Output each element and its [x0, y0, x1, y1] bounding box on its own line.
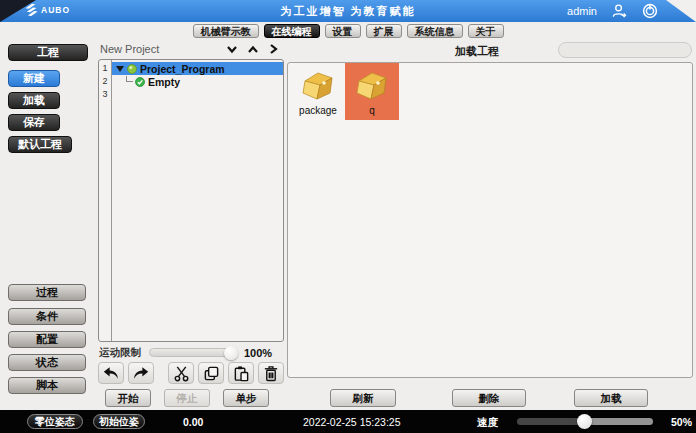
stop-button[interactable]: 停止: [164, 389, 210, 407]
delete-node-button[interactable]: [258, 362, 284, 384]
empty-node-icon: [135, 77, 145, 87]
cut-button[interactable]: [168, 362, 194, 384]
project-tree-header: New Project: [100, 41, 283, 57]
line-number: 3: [99, 88, 111, 101]
sidebar-item-process[interactable]: 过程: [8, 284, 86, 301]
load-project-title: 加载工程: [455, 44, 499, 59]
paste-icon: [233, 365, 250, 382]
trash-icon: [263, 365, 279, 382]
paste-button[interactable]: [228, 362, 254, 384]
sidebar-item-load[interactable]: 加载: [8, 92, 60, 109]
tree-connector: [126, 76, 133, 82]
user-account-icon[interactable]: [611, 3, 628, 20]
copy-button[interactable]: [198, 362, 224, 384]
tab-extend[interactable]: 扩展: [366, 24, 402, 38]
undo-button[interactable]: [98, 362, 124, 384]
sidebar-item-project[interactable]: 工程: [8, 44, 88, 61]
tree-node-label: Empty: [148, 76, 180, 88]
project-item-package[interactable]: package: [291, 63, 345, 120]
zero-pose-button[interactable]: 零位姿态: [27, 414, 83, 429]
sidebar-item-new[interactable]: 新建: [8, 70, 60, 87]
tree-node-empty[interactable]: Empty: [112, 75, 283, 88]
project-node-icon: [127, 64, 137, 74]
project-folder-icon: [354, 70, 390, 102]
speed-slider[interactable]: [517, 418, 653, 425]
motion-limit-slider[interactable]: [149, 348, 237, 357]
tree-node-root[interactable]: Project_Program: [112, 62, 283, 75]
chevron-right-icon[interactable]: [268, 43, 279, 55]
project-item-label: package: [299, 105, 337, 116]
expand-triangle-icon[interactable]: [116, 66, 124, 72]
refresh-button[interactable]: 刷新: [330, 389, 396, 407]
tab-online-programming[interactable]: 在线编程: [264, 24, 320, 38]
chevron-up-icon[interactable]: [247, 44, 259, 55]
username-label: admin: [567, 5, 597, 17]
load-project-button[interactable]: 加载: [574, 389, 648, 407]
redo-button[interactable]: [128, 362, 154, 384]
speed-value: 50%: [671, 416, 692, 428]
title-bar: AUBO 为工业增智 为教育赋能 admin: [0, 0, 696, 22]
tab-system-info[interactable]: 系统信息: [407, 24, 463, 38]
tab-settings[interactable]: 设置: [325, 24, 361, 38]
program-control-buttons: 开始 停止 单步: [105, 389, 269, 407]
redo-icon: [132, 365, 150, 381]
sidebar-item-script[interactable]: 脚本: [8, 377, 86, 394]
motion-limit-row: 运动限制 100%: [99, 345, 283, 360]
project-item-q[interactable]: q: [345, 63, 399, 120]
scissors-icon: [173, 365, 190, 382]
timestamp-label: 2022-02-25 15:23:25: [303, 416, 401, 428]
main-tab-bar: 机械臂示教 在线编程 设置 扩展 系统信息 关于: [0, 22, 696, 40]
project-folder-icon: [300, 70, 336, 102]
line-number: 2: [99, 75, 111, 88]
motion-limit-slider-handle[interactable]: [224, 346, 238, 360]
motion-limit-value: 100%: [244, 347, 272, 359]
program-tree-panel: 1 2 3 Project_Program Empty: [98, 59, 284, 342]
search-input[interactable]: [559, 44, 696, 56]
status-value: 0.00: [183, 416, 203, 428]
sidebar-item-config[interactable]: 配置: [8, 331, 86, 348]
speed-slider-handle[interactable]: [577, 414, 592, 429]
sidebar-item-state[interactable]: 状态: [8, 354, 86, 371]
tree-node-label: Project_Program: [140, 63, 225, 75]
power-icon[interactable]: [642, 3, 658, 19]
tab-robot-teach[interactable]: 机械臂示教: [193, 24, 259, 38]
sidebar-item-condition[interactable]: 条件: [8, 308, 86, 325]
line-number-gutter: 1 2 3: [99, 60, 112, 341]
project-file-list: package q: [287, 62, 693, 378]
delete-project-button[interactable]: 删除: [452, 389, 526, 407]
tab-about[interactable]: 关于: [468, 24, 504, 38]
project-name-label: New Project: [100, 43, 226, 55]
step-button[interactable]: 单步: [223, 389, 269, 407]
sidebar-item-save[interactable]: 保存: [8, 114, 60, 131]
sidebar-item-default-project[interactable]: 默认工程: [8, 136, 72, 153]
start-button[interactable]: 开始: [105, 389, 151, 407]
project-item-label: q: [369, 105, 375, 116]
copy-icon: [203, 365, 220, 382]
chevron-down-icon[interactable]: [226, 44, 238, 55]
edit-toolbar: [98, 362, 285, 384]
undo-icon: [102, 365, 120, 381]
line-number: 1: [99, 62, 111, 75]
search-box[interactable]: [558, 42, 692, 58]
speed-label: 速度: [477, 416, 498, 430]
init-pose-button[interactable]: 初始位姿: [93, 414, 145, 429]
status-bar: 零位姿态 初始位姿 0.00 2022-02-25 15:23:25 速度 50…: [0, 410, 696, 433]
motion-limit-label: 运动限制: [99, 346, 141, 360]
